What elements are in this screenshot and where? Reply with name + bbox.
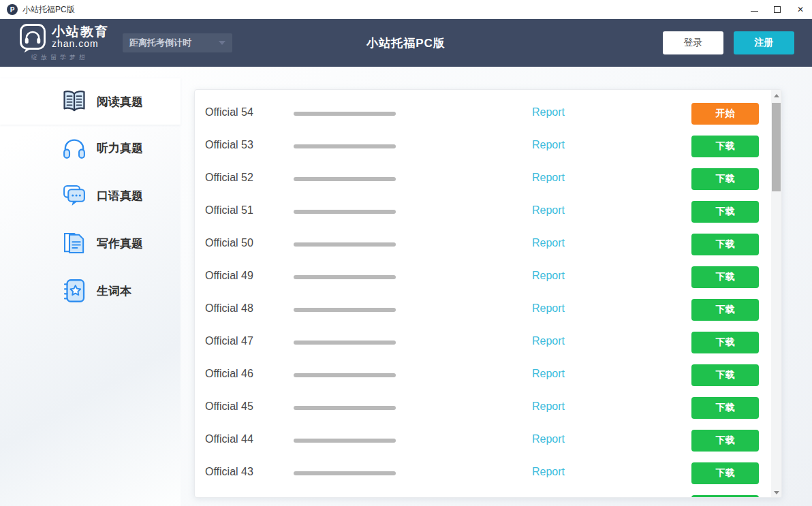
progress-bar [294,242,396,247]
download-button[interactable]: 下载 [691,234,759,255]
exam-countdown-value: 距离托考倒计时 [129,37,219,49]
official-test-list: Official 54Report开始Official 53Report下载Of… [195,97,772,498]
download-button[interactable]: 下载 [691,495,759,498]
sidebar-item-1[interactable]: 听力真题 [0,126,181,170]
report-link[interactable]: Report [532,270,565,282]
download-button[interactable]: 下载 [691,266,759,288]
sidebar-item-4[interactable]: 生词本 [0,269,181,313]
scroll-down-icon[interactable] [771,487,781,498]
row-title: Official 45 [205,400,253,413]
brand-slogan: 绽放留学梦想 [31,53,109,62]
sidebar-item-3[interactable]: 写作真题 [0,221,181,265]
sidebar-item-2[interactable]: 口语真题 [0,174,181,217]
download-button[interactable]: 下载 [691,299,759,321]
row-title: Official 48 [205,302,253,315]
progress-bar [294,177,396,181]
login-button[interactable]: 登录 [663,31,723,54]
exam-countdown-select[interactable]: 距离托考倒计时 [123,33,232,52]
progress-bar [294,406,396,410]
row-title: Official 52 [205,172,253,184]
download-button[interactable]: 下载 [691,332,759,353]
sidebar-item-label: 写作真题 [97,236,143,251]
progress-bar [294,471,396,475]
download-button[interactable]: 下载 [691,430,759,452]
headset-bubble-icon [19,23,46,50]
app-header: 小站教育 zhan.com 绽放留学梦想 距离托考倒计时 小站托福PC版 登录 … [0,19,812,67]
sidebar: 阅读真题听力真题口语真题写作真题生词本 [0,67,181,506]
row-title: Official 51 [205,204,253,217]
report-link[interactable]: Report [532,172,565,184]
report-link[interactable]: Report [532,106,565,118]
notebook-star-icon [60,276,89,305]
progress-bar [294,275,396,279]
brand-name: 小站教育 [52,25,109,39]
headphones-icon [60,133,89,162]
sidebar-item-label: 生词本 [97,283,131,299]
report-link[interactable]: Report [532,466,565,478]
list-item: Official 53Report下载 [195,130,772,163]
list-item: Official 49Report下载 [195,261,772,294]
list-item: Official 52Report下载 [195,163,772,195]
download-button[interactable]: 下载 [691,168,759,190]
download-button[interactable]: 下载 [691,136,759,157]
list-item: Official 43Report下载 [195,457,772,490]
report-link[interactable]: Report [532,433,565,445]
scrollbar-thumb[interactable] [772,103,781,191]
list-item: Official 47Report下载 [195,326,772,359]
content-panel: Official 54Report开始Official 53Report下载Of… [194,89,782,498]
list-item: Official 45Report下载 [195,392,772,424]
progress-bar [294,341,396,345]
start-button[interactable]: 开始 [691,103,759,125]
list-item: Official 51Report下载 [195,195,772,228]
download-button[interactable]: 下载 [691,462,759,484]
progress-bar [294,144,396,148]
progress-bar [294,439,396,443]
list-item: Official 50Report下载 [195,228,772,261]
progress-bar [294,308,396,312]
minimize-icon[interactable] [743,0,766,19]
row-title: Official 54 [205,106,253,118]
report-link[interactable]: Report [532,139,565,151]
download-button[interactable]: 下载 [691,397,759,419]
row-title: Official 53 [205,139,253,151]
row-title: Official 50 [205,237,253,249]
report-link[interactable]: Report [532,204,565,217]
chat-bubbles-icon [60,181,89,210]
window-titlebar: P 小站托福PC版 ✕ [0,0,812,19]
report-link[interactable]: Report [532,335,565,347]
window-title: 小站托福PC版 [22,4,75,16]
sidebar-item-label: 阅读真题 [97,94,143,110]
row-title: Official 49 [205,270,253,282]
list-item: Official 48Report下载 [195,294,772,326]
row-title: Official 47 [205,335,253,347]
register-button[interactable]: 注册 [734,31,794,54]
app-logo-icon: P [7,4,18,15]
chevron-down-icon [219,41,225,45]
window-controls: ✕ [743,0,812,19]
scroll-up-icon[interactable] [771,90,781,101]
download-button[interactable]: 下载 [691,364,759,386]
documents-icon [60,229,89,257]
progress-bar [294,373,396,377]
scrollbar[interactable] [771,90,781,498]
list-item: Official 42Report下载 [195,490,772,498]
row-title: Official 46 [205,368,253,380]
report-link[interactable]: Report [532,368,565,380]
progress-bar [294,210,396,214]
close-icon[interactable]: ✕ [789,0,812,19]
report-link[interactable]: Report [532,400,565,413]
download-button[interactable]: 下载 [691,201,759,223]
maximize-icon[interactable] [766,0,789,19]
brand-logo: 小站教育 zhan.com 绽放留学梦想 [19,23,109,62]
sidebar-item-label: 口语真题 [97,188,143,204]
row-title: Official 44 [205,433,253,445]
report-link[interactable]: Report [532,302,565,315]
list-item: Official 44Report下载 [195,424,772,457]
sidebar-item-0[interactable]: 阅读真题 [0,78,181,125]
sidebar-item-label: 听力真题 [97,140,143,156]
book-icon [60,87,89,116]
list-item: Official 54Report开始 [195,97,772,130]
report-link[interactable]: Report [532,237,565,249]
list-item: Official 46Report下载 [195,359,772,392]
progress-bar [294,112,396,116]
